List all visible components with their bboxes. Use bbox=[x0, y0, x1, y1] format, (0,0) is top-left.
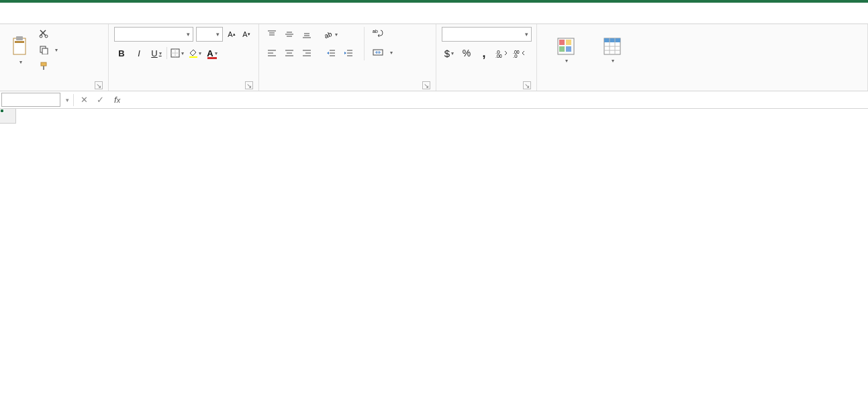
percent-button[interactable]: % bbox=[459, 46, 474, 60]
svg-rect-6 bbox=[42, 48, 48, 54]
merge-center-button[interactable] bbox=[373, 46, 393, 59]
svg-rect-7 bbox=[41, 62, 46, 66]
align-middle-button[interactable] bbox=[282, 27, 297, 42]
wrap-icon: ab bbox=[373, 28, 383, 39]
orientation-icon: ab bbox=[324, 30, 334, 39]
cond-format-icon bbox=[557, 37, 575, 56]
decrease-decimal-button[interactable]: .00.0 bbox=[512, 46, 526, 60]
svg-rect-49 bbox=[566, 46, 571, 52]
svg-rect-46 bbox=[559, 40, 565, 45]
bucket-icon bbox=[188, 48, 197, 58]
align-middle-icon bbox=[285, 30, 294, 39]
align-left-button[interactable] bbox=[264, 46, 279, 60]
paste-button[interactable] bbox=[5, 27, 35, 75]
svg-rect-12 bbox=[189, 56, 197, 58]
svg-rect-8 bbox=[43, 66, 44, 70]
separator bbox=[166, 47, 167, 59]
conditional-formatting-button[interactable] bbox=[542, 27, 589, 75]
inc-dec-icon: .0.00 bbox=[495, 48, 508, 58]
separator bbox=[364, 27, 365, 60]
align-center-button[interactable] bbox=[282, 46, 297, 60]
decrease-indent-button[interactable] bbox=[324, 46, 338, 60]
format-painter-button[interactable] bbox=[39, 59, 58, 73]
align-top-icon bbox=[267, 30, 277, 39]
cancel-formula-button[interactable]: ✕ bbox=[78, 94, 90, 106]
outdent-icon bbox=[326, 48, 336, 58]
align-center-icon bbox=[285, 48, 294, 58]
italic-button[interactable]: I bbox=[132, 46, 146, 60]
copy-icon bbox=[39, 45, 48, 54]
cut-button[interactable] bbox=[39, 27, 58, 40]
paste-icon bbox=[11, 36, 30, 57]
borders-icon bbox=[171, 48, 180, 58]
comma-style-button[interactable]: , bbox=[477, 46, 491, 60]
formula-bar: ▾ ✕ ✓ fx bbox=[0, 91, 868, 109]
align-bottom-icon bbox=[302, 30, 311, 39]
font-name-combo[interactable]: ▾ bbox=[114, 27, 193, 42]
increase-font-button[interactable]: A▴ bbox=[226, 28, 238, 40]
format-as-table-button[interactable] bbox=[593, 27, 631, 75]
table-icon bbox=[603, 37, 622, 56]
scissors-icon bbox=[39, 29, 48, 38]
group-alignment: ab ab bbox=[259, 24, 436, 91]
svg-rect-51 bbox=[604, 38, 620, 42]
brush-icon bbox=[39, 61, 48, 71]
svg-rect-2 bbox=[15, 41, 24, 43]
fx-icon[interactable]: fx bbox=[110, 91, 124, 108]
svg-rect-40 bbox=[373, 50, 383, 55]
svg-text:.00: .00 bbox=[495, 54, 502, 58]
decrease-font-button[interactable]: A▾ bbox=[240, 28, 252, 40]
svg-text:ab: ab bbox=[373, 29, 378, 34]
svg-rect-0 bbox=[13, 38, 26, 54]
orientation-button[interactable]: ab bbox=[324, 27, 338, 42]
svg-point-4 bbox=[45, 35, 48, 38]
color-bar-icon bbox=[207, 57, 217, 59]
group-clipboard: ↘ bbox=[0, 24, 109, 91]
group-font: ▾ ▾ A▴ A▾ B I U A ↘ bbox=[109, 24, 259, 91]
font-size-combo[interactable]: ▾ bbox=[196, 27, 223, 42]
group-styles bbox=[537, 24, 868, 91]
increase-indent-button[interactable] bbox=[341, 46, 356, 60]
bold-button[interactable]: B bbox=[114, 46, 129, 60]
copy-button[interactable] bbox=[39, 43, 58, 56]
number-format-combo[interactable]: ▾ bbox=[442, 27, 532, 42]
formula-input[interactable] bbox=[124, 91, 868, 108]
increase-decimal-button[interactable]: .0.00 bbox=[494, 46, 509, 60]
indent-icon bbox=[344, 48, 353, 58]
font-color-button[interactable]: A bbox=[205, 46, 220, 60]
svg-rect-48 bbox=[559, 46, 565, 52]
align-top-button[interactable] bbox=[264, 27, 279, 42]
align-left-icon bbox=[267, 48, 277, 58]
separator bbox=[73, 94, 74, 106]
fill-handle[interactable] bbox=[0, 109, 4, 113]
font-dialog-launcher[interactable]: ↘ bbox=[245, 81, 253, 89]
align-right-icon bbox=[302, 48, 311, 58]
borders-button[interactable] bbox=[170, 46, 185, 60]
svg-rect-1 bbox=[16, 36, 23, 40]
name-box-dropdown[interactable]: ▾ bbox=[66, 97, 69, 103]
dec-dec-icon: .00.0 bbox=[513, 48, 525, 58]
align-right-button[interactable] bbox=[299, 46, 314, 60]
align-bottom-button[interactable] bbox=[299, 27, 314, 42]
number-dialog-launcher[interactable]: ↘ bbox=[523, 81, 531, 89]
svg-rect-47 bbox=[566, 40, 571, 45]
fill-color-button[interactable] bbox=[187, 46, 202, 60]
group-number: ▾ $ % , .0.00 .00.0 ↘ bbox=[436, 24, 537, 91]
underline-button[interactable]: U bbox=[149, 46, 164, 60]
ribbon-tabs bbox=[0, 3, 868, 24]
alignment-dialog-launcher[interactable]: ↘ bbox=[422, 81, 430, 89]
currency-button[interactable]: $ bbox=[442, 46, 456, 60]
svg-text:.0: .0 bbox=[513, 53, 518, 58]
merge-icon bbox=[373, 47, 383, 58]
enter-formula-button[interactable]: ✓ bbox=[94, 94, 106, 106]
name-box[interactable] bbox=[1, 93, 60, 107]
svg-text:ab: ab bbox=[324, 30, 333, 39]
ribbon: ↘ ▾ ▾ A▴ A▾ B I U A ↘ bbox=[0, 24, 868, 91]
svg-rect-13 bbox=[207, 57, 217, 59]
clipboard-dialog-launcher[interactable]: ↘ bbox=[95, 81, 103, 89]
wrap-text-button[interactable]: ab bbox=[373, 27, 393, 40]
sheet-area bbox=[0, 109, 868, 405]
